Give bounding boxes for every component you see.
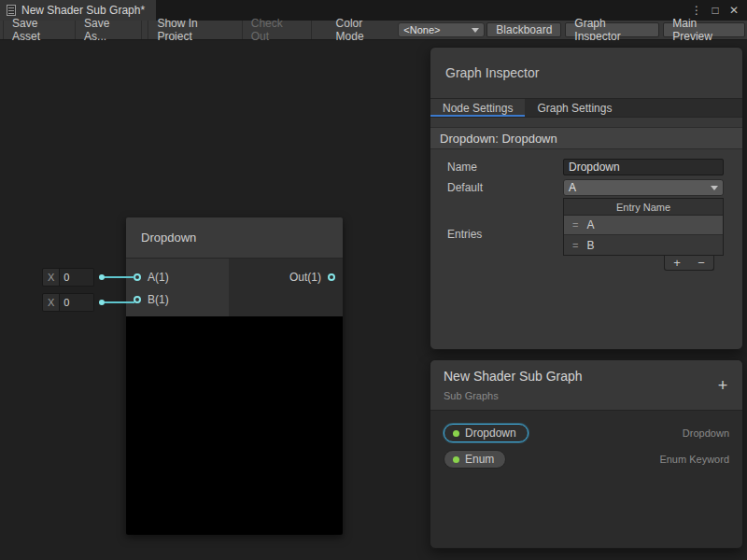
- color-mode-dropdown[interactable]: <None>: [398, 22, 485, 37]
- input-port-b-label: B(1): [148, 293, 169, 306]
- input-port-a-icon[interactable]: [134, 273, 141, 281]
- document-tab-label: New Shader Sub Graph*: [21, 4, 145, 17]
- name-row: Name Dropdown: [430, 159, 742, 175]
- list-item[interactable]: = A: [564, 216, 723, 235]
- blackboard-toggle-button[interactable]: Blackboard: [486, 22, 561, 37]
- edge-b[interactable]: [105, 301, 134, 303]
- show-in-project-button[interactable]: Show In Project: [148, 21, 242, 39]
- entries-list: Entry Name = A = B: [563, 198, 724, 256]
- blackboard-row-dropdown: Dropdown Dropdown: [430, 424, 742, 442]
- blackboard-header: New Shader Sub Graph Sub Graphs +: [430, 360, 742, 411]
- color-mode-value: <None>: [403, 24, 440, 35]
- name-label: Name: [447, 161, 563, 174]
- property-pill-label: Dropdown: [465, 427, 516, 440]
- edge-a[interactable]: [105, 276, 134, 278]
- input-port-a-label: A(1): [148, 271, 169, 284]
- name-input[interactable]: Dropdown: [563, 159, 724, 175]
- color-mode-label: Color Mode: [336, 17, 392, 43]
- output-port-row: Out(1): [229, 266, 343, 288]
- save-asset-button[interactable]: Save Asset: [3, 21, 76, 39]
- value-a-field[interactable]: 0: [59, 269, 93, 286]
- node-preview: [126, 316, 343, 535]
- tab-graph-settings[interactable]: Graph Settings: [525, 99, 624, 117]
- input-port-b-icon[interactable]: [134, 296, 141, 303]
- remove-entry-button[interactable]: −: [698, 257, 705, 269]
- graph-inspector-toggle-button[interactable]: Graph Inspector: [565, 22, 659, 37]
- graph-toolbar: Save Asset Save As... Show In Project Ch…: [0, 21, 747, 40]
- graph-inspector-panel: Graph Inspector Node Settings Graph Sett…: [430, 47, 743, 350]
- input-value-widget-a: X 0: [42, 268, 94, 287]
- toolbar-right-group: Blackboard Graph Inspector Main Preview: [485, 21, 747, 39]
- chevron-down-icon: [472, 28, 479, 33]
- blackboard-row-enum: Enum Enum Keyword: [430, 450, 742, 469]
- entries-label: Entries: [447, 228, 563, 241]
- exposed-dot-icon: [453, 456, 459, 463]
- save-as-button[interactable]: Save As...: [76, 21, 142, 39]
- property-pill-enum[interactable]: Enum: [444, 450, 506, 469]
- main-preview-toggle-button[interactable]: Main Preview: [663, 22, 745, 37]
- entry-name: A: [586, 218, 594, 231]
- inspector-title: Graph Inspector: [430, 48, 742, 98]
- entries-list-header: Entry Name: [564, 199, 723, 216]
- node-output-column: Out(1): [229, 259, 343, 316]
- output-port-icon[interactable]: [328, 273, 335, 281]
- property-type-label: Dropdown: [683, 427, 729, 439]
- default-dropdown[interactable]: A: [563, 179, 724, 196]
- entries-row: Entries Entry Name = A = B + −: [430, 198, 742, 271]
- list-item[interactable]: = B: [564, 235, 723, 255]
- node-port-area: A(1) B(1) Out(1): [126, 259, 343, 316]
- check-out-button: Check Out: [243, 21, 312, 39]
- dropdown-node[interactable]: Dropdown A(1) B(1) Out(1): [126, 217, 343, 535]
- default-row: Default A: [430, 179, 742, 196]
- chevron-down-icon: [711, 186, 718, 190]
- tab-node-settings[interactable]: Node Settings: [430, 99, 525, 117]
- entries-list-wrap: Entry Name = A = B + −: [563, 198, 724, 271]
- entry-name: B: [586, 239, 594, 252]
- add-entry-button[interactable]: +: [673, 257, 681, 269]
- value-b-axis-label: X: [43, 297, 59, 308]
- inspector-section-title: Dropdown: Dropdown: [430, 127, 742, 149]
- value-a-axis-label: X: [43, 272, 59, 283]
- default-label: Default: [447, 181, 563, 194]
- exposed-dot-icon: [453, 430, 459, 437]
- blackboard-title: New Shader Sub Graph: [444, 369, 729, 384]
- drag-handle-icon[interactable]: =: [572, 219, 578, 231]
- entries-list-footer: + −: [563, 256, 724, 271]
- default-dropdown-value: A: [569, 181, 576, 194]
- node-input-column: A(1) B(1): [126, 259, 229, 316]
- list-add-remove-bar: + −: [664, 256, 714, 271]
- blackboard-panel: New Shader Sub Graph Sub Graphs + Dropdo…: [430, 359, 743, 549]
- color-mode-group: Color Mode <None>: [336, 21, 486, 39]
- property-pill-dropdown[interactable]: Dropdown: [444, 424, 529, 442]
- drag-handle-icon[interactable]: =: [572, 240, 578, 251]
- input-port-row-b: B(1): [126, 288, 229, 311]
- node-title[interactable]: Dropdown: [126, 217, 343, 259]
- property-type-label: Enum Keyword: [659, 454, 729, 465]
- output-port-label: Out(1): [289, 271, 321, 284]
- blackboard-subtitle: Sub Graphs: [444, 390, 729, 401]
- property-pill-label: Enum: [465, 453, 494, 466]
- inspector-tabs: Node Settings Graph Settings: [430, 98, 742, 118]
- value-b-field[interactable]: 0: [59, 294, 93, 311]
- add-property-button[interactable]: +: [714, 375, 731, 395]
- input-value-widget-b: X 0: [42, 293, 94, 312]
- input-port-row-a: A(1): [126, 266, 229, 288]
- shader-graph-file-icon: [7, 5, 16, 16]
